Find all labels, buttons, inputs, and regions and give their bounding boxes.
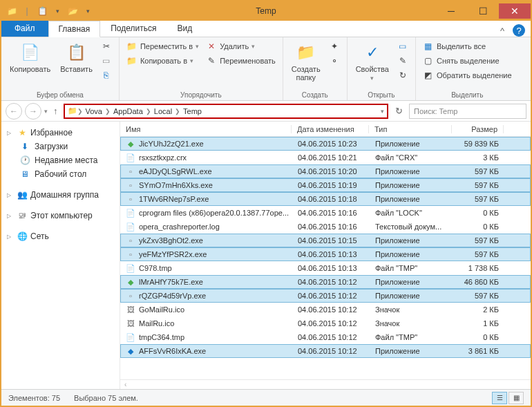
breadcrumb-segment[interactable]: Temp [180,107,205,115]
column-name[interactable]: Имя [120,125,292,133]
new-folder-button[interactable]: 📁 Создать папку [289,40,323,83]
sidebar-downloads[interactable]: ⬇Загрузки [1,140,120,153]
sidebar-thispc[interactable]: ▷🖳Этот компьютер [1,209,120,223]
breadcrumb-segment[interactable]: Local [151,107,175,115]
copy-to-button[interactable]: 📁Копировать в▾ [125,55,200,67]
file-row[interactable]: ▫yeFMzYfPSR2x.exe04.06.2015 10:13Приложе… [120,247,531,261]
new-item-button[interactable]: ✦ [327,40,341,53]
sidebar-network[interactable]: ▷🌐Сеть [1,229,120,243]
file-row[interactable]: ▫1TWv6RNep7sP.exe04.06.2015 10:18Приложе… [120,192,531,206]
tab-home[interactable]: Главная [48,21,101,37]
rename-icon: ✎ [206,55,217,66]
up-button[interactable]: ↑ [50,106,61,116]
move-to-button[interactable]: 📁Переместить в▾ [125,40,200,53]
qat-menu-icon[interactable]: ▾ [82,5,94,17]
file-row[interactable]: ▫SYmO7mHn6Xks.exe04.06.2015 10:19Приложе… [120,178,531,192]
tab-share[interactable]: Поделиться [100,20,167,37]
chevron-right-icon[interactable]: ❯ [77,108,83,115]
file-icon: ▫ [125,180,136,191]
invert-selection-button[interactable]: ◩Обратить выделение [421,69,513,82]
breadcrumb[interactable]: 📁 ❯ Vova ❯ AppData ❯ Local ❯ Temp ▾ [64,104,389,119]
recent-icon: 🕐 [19,155,30,166]
qat-separator: | [21,5,33,17]
rename-button[interactable]: ✎Переименовать [205,55,277,67]
select-all-button[interactable]: ▦Выделить все [421,40,513,53]
file-size: 597 КБ [453,167,504,176]
tab-view[interactable]: Вид [167,20,202,37]
deselect-icon: ▢ [423,55,434,66]
sidebar-recent[interactable]: 🕐Недавние места [1,153,120,167]
column-type[interactable]: Тип [369,125,452,133]
recent-dropdown-icon[interactable]: ▾ [44,108,48,115]
edit-button[interactable]: ✎ [396,55,410,67]
minimize-button[interactable]: ─ [435,3,467,19]
collapse-icon: ▷ [7,234,14,240]
file-row[interactable]: ◆JicYUhJ2zQ21.exe04.06.2015 10:23Приложе… [120,137,531,151]
file-type: Приложение [370,250,453,258]
breadcrumb-segment[interactable]: AppData [111,107,146,115]
properties-icon[interactable]: 📋 [36,5,48,17]
file-row[interactable]: 📄cprogram files (x86)opera20.0.1387.77op… [120,206,531,220]
file-row[interactable]: 📄rsxsztkxpz.crx04.06.2015 10:21Файл "CRX… [120,151,531,164]
chevron-right-icon[interactable]: ❯ [105,108,111,115]
pc-icon: 🖳 [17,210,28,221]
file-row[interactable]: 🖼GoMailRu.ico04.06.2015 10:12Значок2 КБ [120,303,531,316]
file-row[interactable]: ▫ykZxv3BghOt2.exe04.06.2015 10:15Приложе… [120,234,531,247]
select-all-icon: ▦ [423,41,434,52]
close-button[interactable]: ✕ [499,3,531,19]
paste-button[interactable]: 📋 Вставить [57,40,95,75]
qat-dropdown-icon[interactable]: ▾ [51,5,64,17]
history-button[interactable]: ↻ [396,69,410,82]
chevron-right-icon[interactable]: ❯ [175,108,180,115]
file-name: yeFMzYfPSR2x.exe [139,250,207,258]
file-row[interactable]: 📄C978.tmp04.06.2015 10:13Файл "TMP"1 738… [120,261,531,275]
quick-access-toolbar: 📁 | 📋 ▾ 📂 ▾ [1,5,94,17]
sidebar-homegroup[interactable]: ▷👥Домашняя группа [1,188,120,202]
details-view-button[interactable]: ☰ [492,392,507,404]
chevron-right-icon[interactable]: ❯ [146,108,151,115]
file-name: GoMailRu.ico [139,305,184,314]
invert-icon: ◩ [423,70,434,81]
file-type: Приложение [370,167,453,176]
file-row[interactable]: 🖼MailRu.ico04.06.2015 10:12Значок1 КБ [120,316,531,330]
search-input[interactable]: Поиск: Temp [409,104,526,119]
file-row[interactable]: ◆lMrAHfY75k7E.exe04.06.2015 10:12Приложе… [120,275,531,289]
back-button[interactable]: ← [6,103,22,120]
help-icon[interactable]: ? [513,24,525,37]
tab-file[interactable]: Файл [1,20,48,37]
file-date: 04.06.2015 10:16 [292,209,370,217]
breadcrumb-segment[interactable]: Vova [83,107,105,115]
file-row[interactable]: ◆AFFsVvR6IxKA.exe04.06.2015 10:12Приложе… [120,344,531,358]
column-date[interactable]: Дата изменения [292,125,369,133]
easy-access-button[interactable]: ⚬ [327,55,341,67]
sidebar-desktop[interactable]: 🖥Рабочий стол [1,167,120,181]
file-name: 1TWv6RNep7sP.exe [139,195,209,203]
file-row[interactable]: 📄opera_crashreporter.log04.06.2015 10:16… [120,220,531,234]
icons-view-button[interactable]: ▦ [509,392,524,404]
select-group-label: Выделить [421,90,513,99]
minimize-ribbon-icon[interactable]: ^ [496,24,509,37]
properties-button[interactable]: ✓ Свойства ▾ [353,40,392,83]
forward-button[interactable]: → [25,103,41,120]
collapse-icon: ▷ [7,130,14,136]
horizontal-scrollbar[interactable]: ‹ [120,379,531,389]
file-row[interactable]: ▫eAJDyQLSgRWL.exe04.06.2015 10:20Приложе… [120,164,531,178]
sidebar-favorites[interactable]: ▷★Избранное [1,126,120,140]
file-size: 597 КБ [453,195,504,203]
deselect-button[interactable]: ▢Снять выделение [421,55,513,67]
copy-path-button[interactable]: ▭ [99,55,113,67]
column-size[interactable]: Размер [452,125,504,133]
file-row[interactable]: ▫rQZGP4d59rVp.exe04.06.2015 10:12Приложе… [120,289,531,303]
paste-shortcut-button[interactable]: ⎘ [99,69,113,82]
cut-button[interactable]: ✂ [99,40,113,53]
breadcrumb-dropdown-icon[interactable]: ▾ [381,108,384,115]
open-button[interactable]: ▭ [396,40,410,53]
copy-button[interactable]: 📄 Копировать [7,40,53,75]
delete-button[interactable]: ✕Удалить▾ [205,40,277,53]
open-folder-icon[interactable]: 📂 [66,5,79,17]
file-date: 04.06.2015 10:21 [292,153,370,162]
maximize-button[interactable]: ☐ [467,3,499,19]
file-row[interactable]: 📄tmpC364.tmp04.06.2015 10:12Файл "TMP"0 … [120,330,531,344]
refresh-button[interactable]: ↻ [391,104,406,119]
homegroup-icon: 👥 [17,189,28,200]
